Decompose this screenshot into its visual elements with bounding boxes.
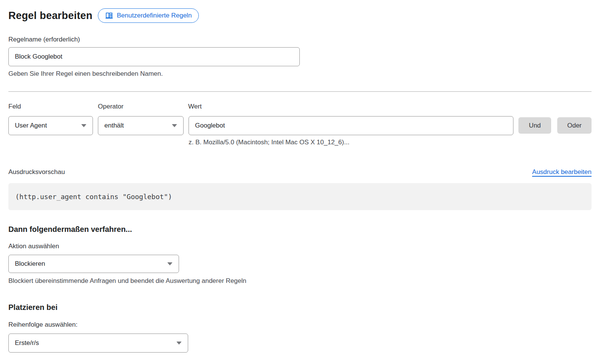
- condition-row: User Agent enthält z. B. Mozilla/5.0 (Ma…: [8, 116, 592, 146]
- field-label: Feld: [8, 103, 98, 110]
- or-button[interactable]: Oder: [557, 117, 592, 134]
- chevron-down-icon: [81, 124, 86, 127]
- operator-select[interactable]: enthält: [98, 116, 184, 135]
- action-help: Blockiert übereinstimmende Anfragen und …: [8, 277, 592, 285]
- expression-code: (http.user_agent contains "Googlebot"): [15, 193, 172, 201]
- edit-expression-link[interactable]: Ausdruck bearbeiten: [532, 168, 592, 176]
- action-select[interactable]: Blockieren: [8, 255, 179, 273]
- expression-header: Ausdrucksvorschau Ausdruck bearbeiten: [8, 168, 592, 176]
- chevron-down-icon: [167, 262, 173, 265]
- chevron-down-icon: [176, 342, 182, 345]
- page-title: Regel bearbeiten: [8, 10, 93, 22]
- logic-buttons: Und Oder: [518, 116, 592, 146]
- rule-name-input-wrap: [8, 47, 300, 66]
- field-select-value: User Agent: [15, 122, 47, 129]
- value-input[interactable]: [189, 116, 513, 135]
- edit-rule-page: Regel bearbeiten Benutzerdefinierte Rege…: [0, 0, 598, 353]
- operator-select-value: enthält: [104, 122, 124, 129]
- operator-label: Operator: [98, 103, 188, 110]
- action-select-value: Blockieren: [15, 260, 45, 268]
- placement-order-select[interactable]: Erste/r/s: [8, 334, 188, 353]
- value-help: z. B. Mozilla/5.0 (Macintosh; Intel Mac …: [189, 139, 513, 146]
- custom-rules-badge-label: Benutzerdefinierte Regeln: [117, 12, 192, 19]
- section-divider: [8, 91, 592, 92]
- expression-preview-box: (http.user_agent contains "Googlebot"): [8, 183, 592, 210]
- rule-name-help: Geben Sie Ihrer Regel einen beschreibend…: [8, 70, 592, 78]
- and-button[interactable]: Und: [518, 117, 551, 134]
- chevron-down-icon: [172, 124, 177, 127]
- page-header: Regel bearbeiten Benutzerdefinierte Rege…: [8, 8, 592, 24]
- condition-labels-row: Feld Operator Wert: [8, 103, 592, 110]
- field-column: User Agent: [8, 116, 93, 146]
- action-section-heading: Dann folgendermaßen verfahren...: [8, 225, 592, 234]
- field-select[interactable]: User Agent: [8, 116, 93, 135]
- expression-preview-label: Ausdrucksvorschau: [8, 168, 65, 176]
- open-book-icon: [105, 12, 113, 19]
- operator-column: enthält: [98, 116, 184, 146]
- placement-order-value: Erste/r/s: [15, 339, 39, 347]
- rule-name-input[interactable]: [8, 47, 300, 66]
- value-label: Wert: [188, 103, 202, 110]
- custom-rules-badge[interactable]: Benutzerdefinierte Regeln: [98, 8, 199, 23]
- rule-name-label: Regelname (erforderlich): [8, 36, 592, 43]
- value-column: z. B. Mozilla/5.0 (Macintosh; Intel Mac …: [189, 116, 513, 146]
- placement-order-label: Reihenfolge auswählen:: [8, 321, 592, 329]
- action-label: Aktion auswählen: [8, 243, 592, 250]
- placement-section-heading: Platzieren bei: [8, 303, 592, 312]
